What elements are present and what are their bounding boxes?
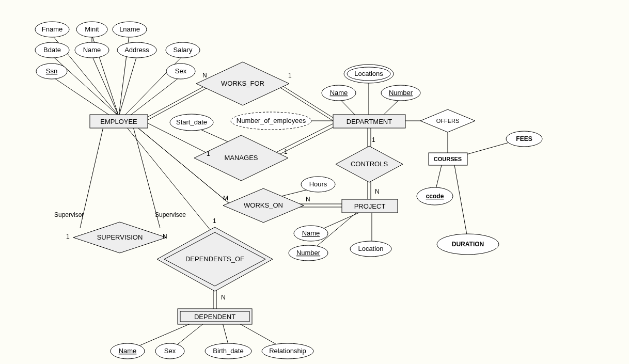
attr-locations-label: Locations xyxy=(354,70,383,77)
attr-bdate: Bdate xyxy=(35,42,69,58)
attr-name-proj: Name xyxy=(294,226,328,241)
attr-name-dep-label: Name xyxy=(119,347,137,355)
attr-num-emp-label: Number_of_employees xyxy=(237,117,306,124)
attr-address-label: Address xyxy=(124,46,149,54)
attr-birth-date: Birth_date xyxy=(205,343,251,359)
attr-name-emp-label: Name xyxy=(83,46,101,54)
card-controls-proj: N xyxy=(375,188,380,195)
attr-salary: Salary xyxy=(166,42,200,58)
attr-fees: FEES xyxy=(506,131,542,147)
attr-ccode: ccode xyxy=(417,187,453,205)
attr-name-emp: Name xyxy=(75,42,109,58)
attr-fees-label: FEES xyxy=(516,135,532,143)
rel-controls-label: CONTROLS xyxy=(351,160,388,168)
attr-sex: Sex xyxy=(166,64,195,79)
attr-minit-label: Minit xyxy=(85,25,99,33)
attr-name-dep: Name xyxy=(111,343,145,359)
card-manages-emp: 1 xyxy=(207,150,210,157)
entity-courses-label: COURSES xyxy=(434,156,462,162)
entity-courses: COURSES xyxy=(429,153,467,165)
attr-locations: Locations xyxy=(344,65,394,83)
attr-address: Address xyxy=(117,42,156,58)
attr-number-dept: Number xyxy=(381,85,420,101)
attr-fname-label: Fname xyxy=(42,25,62,33)
entity-employee: EMPLOYEE xyxy=(90,115,148,128)
card-works-for-emp: N xyxy=(202,72,207,79)
attr-hours: Hours xyxy=(301,177,335,192)
card-manages-dept: 1 xyxy=(284,148,288,155)
attr-hours-label: Hours xyxy=(309,180,327,188)
attr-sex-dep: Sex xyxy=(155,343,184,359)
entity-department: DEPARTMENT xyxy=(333,115,405,128)
rel-offers-label: OFFERS xyxy=(436,118,460,124)
entity-dependent: DEPENDENT xyxy=(178,309,252,324)
entity-project: PROJECT xyxy=(342,199,398,213)
rel-dependents-of-label: DEPENDENTS_OF xyxy=(185,255,244,263)
attr-num-emp: Number_of_employees xyxy=(231,112,311,130)
attr-fname: Fname xyxy=(35,22,69,37)
rel-works-on-label: WORKS_ON xyxy=(244,201,283,209)
attr-number-dept-label: Number xyxy=(389,89,413,97)
entity-department-label: DEPARTMENT xyxy=(347,118,392,125)
card-supervision-1: 1 xyxy=(66,233,70,240)
attr-name-dept: Name xyxy=(322,85,356,101)
attr-start-date-label: Start_date xyxy=(176,118,207,126)
attr-lname: Lname xyxy=(113,22,147,37)
card-works-on-proj: N xyxy=(306,196,310,203)
attr-duration-label: DURATION xyxy=(452,241,484,248)
role-supervisor: Supervisor xyxy=(54,211,84,218)
attr-ssn-label: Ssn xyxy=(46,67,57,75)
attr-sex-dep-label: Sex xyxy=(164,347,176,355)
attr-relationship-label: Relationship xyxy=(269,347,306,355)
attr-salary-label: Salary xyxy=(174,46,193,54)
attr-ssn: Ssn xyxy=(36,64,67,79)
attr-location-proj-label: Location xyxy=(358,245,383,252)
role-supervisee: Supervisee xyxy=(155,211,186,218)
rel-manages-label: MANAGES xyxy=(224,154,258,162)
attr-lname-label: Lname xyxy=(119,25,140,33)
attr-name-proj-label: Name xyxy=(302,229,320,237)
card-controls-dept: 1 xyxy=(372,136,375,144)
er-diagram: Fname Minit Lname Bdate Name Address Sal… xyxy=(0,0,629,364)
attr-duration: DURATION xyxy=(437,234,499,255)
entity-dependent-label: DEPENDENT xyxy=(194,313,235,321)
attr-relationship: Relationship xyxy=(262,343,313,359)
card-dependents-n: N xyxy=(221,294,226,301)
attr-birth-date-label: Birth_date xyxy=(213,347,243,355)
attr-start-date: Start_date xyxy=(170,114,213,131)
card-dependents-1: 1 xyxy=(213,217,216,225)
attr-minit: Minit xyxy=(76,22,107,37)
attr-location-proj: Location xyxy=(350,241,391,257)
attr-name-dept-label: Name xyxy=(330,89,348,97)
rel-works-for-label: WORKS_FOR xyxy=(221,80,264,87)
attr-sex-label: Sex xyxy=(175,67,187,75)
attr-number-proj-label: Number xyxy=(296,249,321,257)
attr-ccode-label: ccode xyxy=(426,193,444,200)
card-works-on-emp: M xyxy=(223,195,228,202)
attr-bdate-label: Bdate xyxy=(43,46,61,54)
entity-employee-label: EMPLOYEE xyxy=(100,118,137,125)
card-supervision-n: N xyxy=(163,233,167,240)
entity-project-label: PROJECT xyxy=(354,202,386,210)
attr-number-proj: Number xyxy=(289,245,328,261)
card-works-for-dept: 1 xyxy=(288,72,292,79)
rel-supervision-label: SUPERVISION xyxy=(97,233,143,241)
